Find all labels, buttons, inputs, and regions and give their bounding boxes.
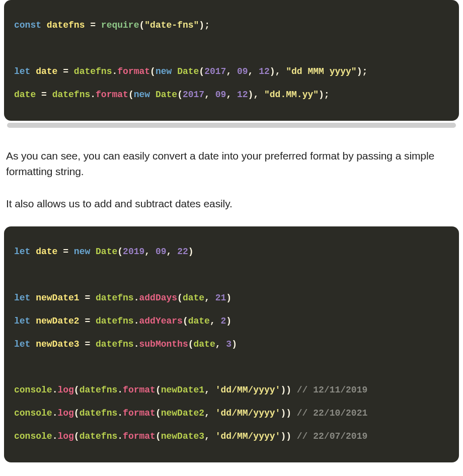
comma: , [204, 90, 210, 100]
paren-close: ) [280, 385, 286, 395]
fn-format: format [123, 431, 156, 441]
obj-datefns: datefns [52, 90, 91, 100]
keyword-let: let [14, 247, 30, 257]
paren-open: ( [156, 408, 161, 418]
code-block-1[interactable]: const datefns = require("date-fns"); let… [4, 0, 459, 121]
var-newdate2: newDate2 [36, 316, 79, 326]
paren-open: ( [74, 408, 80, 418]
cls-date: Date [177, 66, 199, 76]
obj-datefns: datefns [96, 339, 134, 349]
dot: . [134, 293, 139, 303]
num-day: 22 [172, 247, 188, 257]
paren-open: ( [150, 66, 156, 76]
keyword-new: new [134, 90, 150, 100]
arg-date: date [194, 339, 215, 349]
fn-addyears: addYears [139, 316, 182, 326]
scrollbar[interactable] [7, 123, 456, 128]
paren-open: ( [177, 90, 183, 100]
num-3: 3 [221, 339, 232, 349]
operator-eq: = [57, 247, 73, 257]
code-line: let date = new Date(2019, 09, 22) [14, 247, 194, 257]
code-block-2[interactable]: let date = new Date(2019, 09, 22) let ne… [4, 226, 459, 462]
keyword-new: new [156, 66, 172, 76]
fn-adddays: addDays [139, 293, 177, 303]
string-format: 'dd/MM/yyyy' [210, 431, 280, 441]
obj-datefns: datefns [80, 408, 118, 418]
paren-close: ) [357, 66, 362, 76]
comment: // 12/11/2019 [291, 385, 367, 395]
dot: . [134, 316, 139, 326]
comma: , [226, 66, 232, 76]
paren-close: ) [248, 90, 254, 100]
fn-format: format [96, 90, 128, 100]
dot: . [52, 408, 58, 418]
num-year: 2017 [204, 66, 226, 76]
operator-eq: = [80, 316, 96, 326]
dot: . [90, 90, 96, 100]
fn-log: log [57, 385, 73, 395]
paren-open: ( [156, 431, 161, 441]
paren-close: ) [319, 90, 324, 100]
dot: . [117, 408, 123, 418]
var-date: date [14, 90, 36, 100]
paren-open: ( [199, 66, 204, 76]
num-month: 09 [210, 90, 226, 100]
var-newdate1: newDate1 [36, 293, 79, 303]
comma: , [215, 339, 221, 349]
operator-eq: = [80, 293, 96, 303]
arg-date: date [183, 293, 204, 303]
string-format: 'dd/MM/yyyy' [210, 408, 280, 418]
paren-close: ) [232, 339, 237, 349]
dot: . [117, 385, 123, 395]
obj-console: console [14, 385, 52, 395]
obj-datefns: datefns [80, 385, 118, 395]
var-datefns: datefns [47, 20, 85, 30]
paren-open: ( [117, 247, 123, 257]
arg-newdate1: newDate1 [161, 385, 204, 395]
code-line: console.log(datefns.format(newDate3, 'dd… [14, 431, 367, 441]
paren-close: ) [286, 408, 291, 418]
string-literal: "date-fns" [144, 20, 199, 30]
body-paragraph-1: As you can see, you can easily convert a… [0, 132, 463, 182]
code-block-1-wrap: const datefns = require("date-fns"); let… [4, 0, 459, 128]
fn-require: require [101, 20, 139, 30]
paren-close: ) [280, 431, 286, 441]
body-paragraph-2: It also allows us to add and subtract da… [0, 182, 463, 227]
var-date: date [36, 66, 57, 76]
operator-eq: = [36, 90, 52, 100]
fn-format: format [123, 408, 156, 418]
fn-log: log [57, 431, 73, 441]
obj-datefns: datefns [80, 431, 118, 441]
var-newdate3: newDate3 [36, 339, 79, 349]
obj-console: console [14, 431, 52, 441]
code-line: let newDate3 = datefns.subMonths(date, 3… [14, 339, 237, 349]
keyword-let: let [14, 316, 30, 326]
comment: // 22/07/2019 [291, 431, 367, 441]
paren-open: ( [128, 90, 134, 100]
obj-datefns: datefns [96, 293, 134, 303]
num-day: 12 [253, 66, 269, 76]
string-format: "dd MMM yyyy" [280, 66, 356, 76]
arg-newdate2: newDate2 [161, 408, 204, 418]
keyword-let: let [14, 339, 30, 349]
comma: , [210, 316, 215, 326]
num-year: 2017 [183, 90, 204, 100]
code-line: date = datefns.format(new Date(2017, 09,… [14, 90, 330, 100]
arg-newdate3: newDate3 [161, 431, 204, 441]
paren-open: ( [183, 316, 188, 326]
code-line: let newDate1 = datefns.addDays(date, 21) [14, 293, 232, 303]
num-year: 2019 [123, 247, 144, 257]
dot: . [52, 385, 58, 395]
code-line: const datefns = require("date-fns"); [14, 20, 210, 30]
string-format: "dd.MM.yy" [259, 90, 319, 100]
comma: , [144, 247, 150, 257]
paren-close: ) [226, 293, 232, 303]
fn-format: format [123, 385, 156, 395]
obj-datefns: datefns [74, 66, 112, 76]
arg-date: date [188, 316, 210, 326]
code-block-2-wrap: let date = new Date(2019, 09, 22) let ne… [4, 226, 459, 462]
paren-open: ( [74, 385, 80, 395]
comma: , [204, 408, 210, 418]
fn-format: format [117, 66, 150, 76]
comma: , [204, 385, 210, 395]
